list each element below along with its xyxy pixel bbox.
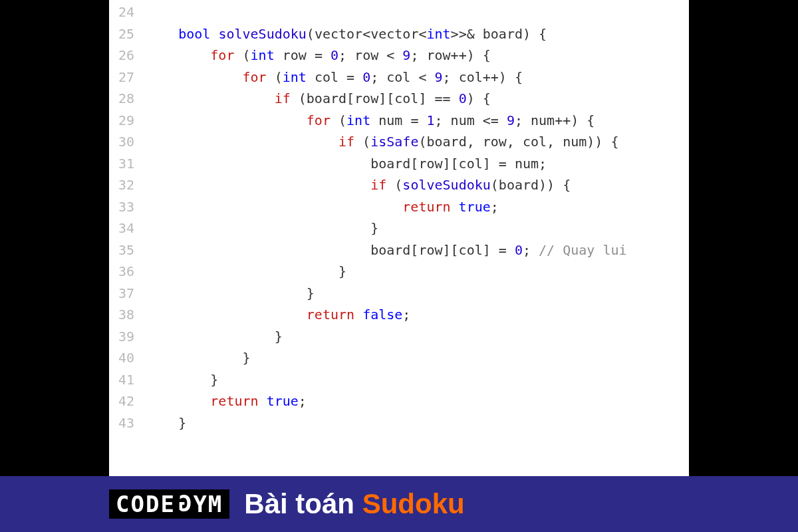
line-number: 42 [109,393,146,409]
code-line: 35 board[row][col] = 0; // Quay lui [109,242,689,264]
line-code: board[row][col] = num; [146,156,547,172]
code-line: 37 } [109,285,689,307]
code-line: 40 } [109,350,689,372]
line-number: 35 [109,242,146,258]
line-number: 39 [109,329,146,344]
line-number: 27 [109,69,146,85]
line-code: } [146,285,315,301]
line-number: 41 [109,372,146,388]
line-code: bool solveSudoku(vector<vector<int>>& bo… [146,26,547,42]
line-code: } [146,263,346,279]
line-number: 30 [109,134,146,150]
code-line: 43 } [109,415,689,437]
line-code: if (board[row][col] == 0) { [146,90,491,106]
line-number: 37 [109,285,146,301]
line-code: if (solveSudoku(board)) { [146,177,571,193]
line-number: 29 [109,112,146,128]
line-code: } [146,350,251,366]
line-code: } [146,220,378,236]
line-number: 32 [109,177,146,193]
code-line: 29 for (int num = 1; num <= 9; num++) { [109,112,689,134]
code-line: 28 if (board[row][col] == 0) { [109,90,689,112]
line-code: for (int row = 0; row < 9; row++) { [146,47,491,63]
code-line: 36 } [109,263,689,285]
line-number: 33 [109,199,146,215]
logo-text-part2: YM [193,491,223,517]
line-number: 31 [109,156,146,172]
line-number: 24 [109,4,146,20]
line-number: 25 [109,26,146,42]
title-prefix: Bài toán [244,488,362,519]
code-line: 26 for (int row = 0; row < 9; row++) { [109,47,689,69]
code-line: 32 if (solveSudoku(board)) { [109,177,689,199]
code-line: 24 [109,4,689,26]
line-number: 34 [109,220,146,236]
code-editor-panel: 2425 bool solveSudoku(vector<vector<int>… [109,0,689,476]
code-line: 41 } [109,372,689,394]
line-number: 28 [109,90,146,106]
codegym-logo: CODEGYM [109,489,229,519]
code-line: 39 } [109,329,689,350]
line-number: 38 [109,307,146,323]
line-number: 26 [109,47,146,63]
line-code: return true; [146,393,307,409]
line-code: } [146,329,283,344]
code-line: 42 return true; [109,393,689,415]
code-lines-container: 2425 bool solveSudoku(vector<vector<int>… [109,0,689,436]
page-title: Bài toán Sudoku [244,488,464,520]
code-line: 27 for (int col = 0; col < 9; col++) { [109,69,689,91]
code-line: 31 board[row][col] = num; [109,156,689,178]
line-code: for (int num = 1; num <= 9; num++) { [146,112,595,128]
line-number: 40 [109,350,146,366]
line-code: if (isSafe(board, row, col, num)) { [146,134,618,150]
code-line: 38 return false; [109,307,689,329]
code-line: 30 if (isSafe(board, row, col, num)) { [109,134,689,156]
line-number: 36 [109,263,146,279]
line-code: for (int col = 0; col < 9; col++) { [146,69,523,85]
logo-text-part1: CODE [116,491,176,517]
code-line: 33 return true; [109,199,689,221]
line-code: return false; [146,307,410,323]
logo-glyph: G [177,490,192,517]
code-line: 34 } [109,220,689,242]
code-line: 25 bool solveSudoku(vector<vector<int>>&… [109,26,689,48]
footer-bar: CODEGYM Bài toán Sudoku [0,476,798,532]
line-code: } [146,372,218,388]
line-code: board[row][col] = 0; // Quay lui [146,242,627,258]
line-code: return true; [146,199,499,215]
line-number: 43 [109,415,146,431]
line-code: } [146,415,186,431]
title-accent: Sudoku [362,488,465,519]
